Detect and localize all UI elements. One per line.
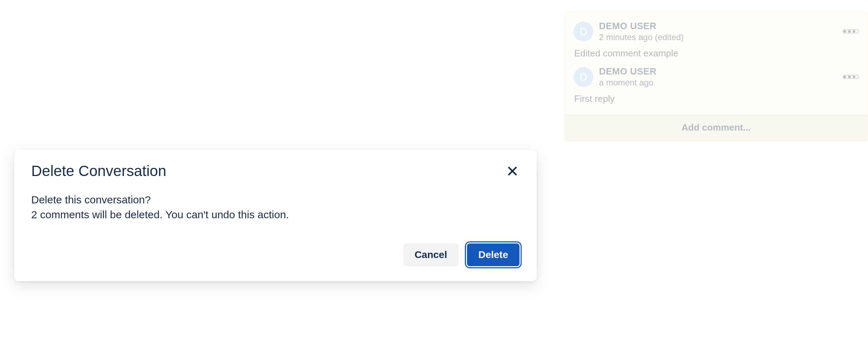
ellipsis-icon [853,30,855,33]
delete-conversation-dialog: Delete Conversation Delete this conversa… [14,150,537,281]
dialog-body-line: Delete this conversation? [31,192,520,207]
add-comment-button[interactable]: Add comment... [565,114,867,141]
comment-body: Edited comment example [573,48,859,59]
comment-meta: DEMO USER 2 minutes ago (edited) [599,21,837,42]
comment-author: DEMO USER [599,66,837,77]
dialog-footer: Cancel Delete [31,243,520,266]
comment-author: DEMO USER [599,21,837,32]
ellipsis-icon [853,76,855,78]
comment-thread-panel: D DEMO USER 2 minutes ago (edited) Edite… [564,11,868,142]
close-button[interactable] [505,164,520,178]
ellipsis-icon [844,30,846,33]
comment-header: D DEMO USER 2 minutes ago (edited) [573,21,859,42]
comment-header: D DEMO USER a moment ago [573,66,859,88]
comment-overflow-menu[interactable] [843,29,859,33]
comment-timestamp: a moment ago [599,78,837,88]
avatar: D [573,22,593,42]
comment-timestamp: 2 minutes ago (edited) [599,32,837,42]
comment-meta: DEMO USER a moment ago [599,66,837,88]
ellipsis-icon [848,76,851,78]
comment-item: D DEMO USER 2 minutes ago (edited) Edite… [565,21,867,66]
dialog-body: Delete this conversation? 2 comments wil… [31,192,520,222]
comment-body: First reply [573,93,859,104]
avatar: D [573,67,593,87]
dialog-header: Delete Conversation [31,163,520,180]
comment-overflow-menu[interactable] [843,75,859,79]
delete-button[interactable]: Delete [467,243,520,266]
close-icon [507,166,518,176]
comment-item: D DEMO USER a moment ago First reply [565,66,867,111]
ellipsis-icon [848,30,851,33]
cancel-button[interactable]: Cancel [403,243,458,266]
dialog-title: Delete Conversation [31,163,166,180]
ellipsis-icon [844,76,846,78]
dialog-body-line: 2 comments will be deleted. You can't un… [31,207,520,222]
